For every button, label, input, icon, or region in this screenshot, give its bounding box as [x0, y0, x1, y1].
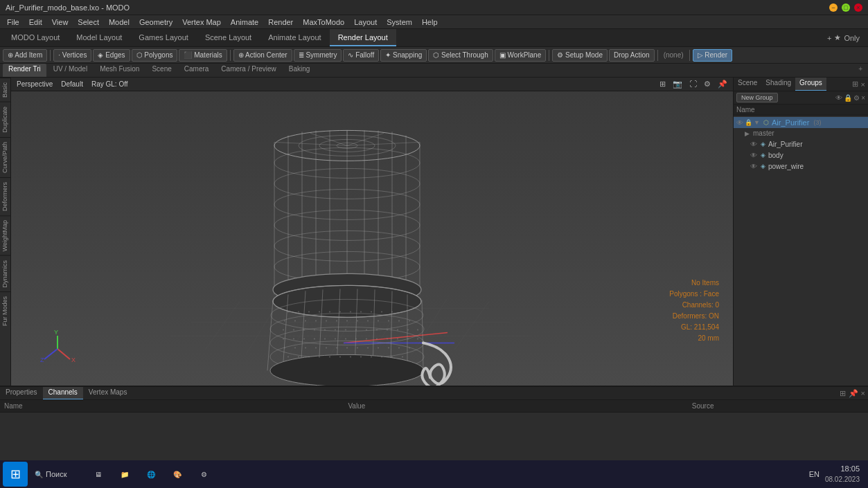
eye-icon-body[interactable]: 👁 — [750, 152, 757, 159]
tab-properties[interactable]: Properties — [0, 387, 43, 399]
vp-camera-icon[interactable]: 📷 — [670, 78, 685, 90]
vp-pin-icon[interactable]: 📌 — [715, 78, 730, 90]
tree-item-master[interactable]: ▶ master — [734, 128, 868, 138]
tab-model-layout[interactable]: Model Layout — [68, 29, 130, 46]
tab-render-layout[interactable]: Render Layout — [330, 29, 396, 46]
snapping-btn[interactable]: ✦ Snapping — [380, 49, 427, 62]
render-btn[interactable]: ▷ Render — [693, 49, 733, 62]
tree-item-air-purifier-mesh[interactable]: 👁 ◈ Air_Purifier — [734, 138, 868, 150]
eye-icon-power-wire[interactable]: 👁 — [750, 163, 757, 170]
minimize-button[interactable]: − — [829, 3, 838, 12]
vp-settings-icon[interactable]: ⚙ — [701, 78, 714, 90]
3d-viewport[interactable]: X Y Z No Items Polygons : Face Channels:… — [11, 91, 733, 386]
edges-btn[interactable]: ◈ Edges — [93, 49, 130, 62]
tab-animate-layout[interactable]: Animate Layout — [260, 29, 329, 46]
drop-action-btn[interactable]: Drop Action — [609, 49, 655, 62]
vp-expand-icon[interactable]: ⛶ — [687, 78, 700, 90]
svg-point-88 — [376, 329, 378, 330]
menu-system[interactable]: System — [382, 17, 416, 28]
rp-expand-btn[interactable]: ⊞ — [852, 80, 858, 89]
menu-geometry[interactable]: Geometry — [135, 17, 177, 28]
tree-item-air-purifier-root[interactable]: 👁 🔒 ▼ ⬡ Air_Purifier (3) — [734, 117, 868, 128]
materials-btn[interactable]: ⬛ Materials — [179, 49, 227, 62]
tree-settings-icon[interactable]: ⚙ — [853, 94, 860, 102]
tab-baking[interactable]: Baking — [283, 64, 316, 77]
svg-line-39 — [267, 300, 273, 370]
add-tab-btn[interactable]: + — [856, 64, 865, 77]
symmetry-btn[interactable]: ≣ Symmetry — [294, 49, 342, 62]
tab-camera-preview[interactable]: Camera / Preview — [215, 64, 281, 77]
eye-icon-ap[interactable]: 👁 — [750, 141, 757, 148]
start-button[interactable]: ⊞ — [3, 462, 28, 487]
tab-camera[interactable]: Camera — [179, 64, 215, 77]
sidebar-weightmap[interactable]: WeightMap — [0, 215, 10, 255]
tab-scene[interactable]: Scene — [146, 64, 177, 77]
sidebar-fur-modes[interactable]: Fur Modes — [0, 291, 10, 330]
taskbar-search[interactable]: 🔍 Поиск — [29, 462, 85, 487]
sidebar-duplicate[interactable]: Duplicate — [0, 102, 10, 137]
taskbar-browser[interactable]: 🌐 — [139, 462, 163, 487]
maximize-button[interactable]: □ — [842, 3, 850, 12]
vp-grid-icon[interactable]: ⊞ — [657, 78, 668, 90]
rp-tab-groups[interactable]: Groups — [795, 78, 826, 91]
props-pin-icon[interactable]: 📌 — [849, 389, 858, 398]
menu-file[interactable]: File — [3, 17, 24, 28]
shading-mode[interactable]: Default — [58, 79, 86, 89]
setup-mode-btn[interactable]: ⚙ Setup Mode — [552, 49, 608, 62]
tab-modo-layout[interactable]: MODO Layout — [3, 29, 68, 46]
rp-close-btn[interactable]: × — [861, 80, 865, 89]
sidebar-curve[interactable]: Curve/Path — [0, 137, 10, 177]
menu-model[interactable]: Model — [105, 17, 134, 28]
vertices-btn[interactable]: · Vertices — [53, 49, 91, 62]
menu-maxtomodo[interactable]: MaxToModo — [299, 17, 348, 28]
add-item-btn[interactable]: ⊕ Add Item — [3, 49, 47, 62]
polygons-btn[interactable]: ⬡ Polygons — [132, 49, 178, 62]
sidebar-dynamics[interactable]: Dynamics — [0, 255, 10, 292]
sidebar-deformers[interactable]: Deformers — [0, 177, 10, 215]
tree-close-icon[interactable]: × — [861, 94, 865, 102]
action-center-btn[interactable]: ⊕ Action Center — [233, 49, 292, 62]
workplane-btn[interactable]: ▣ WorkPlane — [495, 49, 547, 62]
svg-point-68 — [305, 320, 306, 321]
polygons-info: Polygons : Face — [669, 289, 719, 300]
eye-icon-root[interactable]: 👁 — [736, 119, 743, 127]
close-button[interactable]: × — [854, 3, 862, 12]
sidebar-basic[interactable]: Basic — [0, 78, 10, 102]
tab-scene-layout[interactable]: Scene Layout — [197, 29, 260, 46]
taskbar-lang[interactable]: EN — [809, 470, 820, 478]
menu-edit[interactable]: Edit — [25, 17, 46, 28]
new-group-btn[interactable]: New Group — [736, 93, 778, 102]
menu-view[interactable]: View — [48, 17, 73, 28]
menu-layout[interactable]: Layout — [350, 17, 381, 28]
tree-lock-all-icon[interactable]: 🔒 — [844, 94, 852, 102]
toggle-master[interactable]: ▶ — [745, 130, 752, 137]
rp-tab-shading[interactable]: Shading — [761, 78, 795, 91]
render-mode[interactable]: Ray GL: Off — [89, 79, 131, 89]
tab-uv-model[interactable]: UV / Model — [48, 64, 93, 77]
tab-render-tri[interactable]: Render Tri — [3, 64, 46, 77]
menu-help[interactable]: Help — [418, 17, 442, 28]
toggle-root[interactable]: ▼ — [754, 119, 761, 126]
taskbar-explorer[interactable]: 📁 — [112, 462, 137, 487]
tab-vertex-maps[interactable]: Vertex Maps — [83, 387, 133, 399]
tab-mesh-fusion[interactable]: Mesh Fusion — [94, 64, 145, 77]
tree-item-power-wire[interactable]: 👁 ◈ power_wire — [734, 161, 868, 172]
add-layout-btn[interactable]: + — [827, 34, 831, 42]
tab-channels[interactable]: Channels — [43, 387, 83, 399]
taskbar-paint[interactable]: 🎨 — [165, 462, 190, 487]
camera-mode[interactable]: Perspective — [14, 79, 55, 89]
select-through-btn[interactable]: ⬡ Select Through — [428, 49, 493, 62]
tree-item-body[interactable]: 👁 ◈ body — [734, 150, 868, 161]
menu-animate[interactable]: Animate — [227, 17, 263, 28]
tree-eye-all-icon[interactable]: 👁 — [835, 94, 842, 102]
menu-render[interactable]: Render — [264, 17, 297, 28]
falloff-btn[interactable]: ∿ Falloff — [343, 49, 379, 62]
taskbar-settings[interactable]: ⚙ — [191, 462, 216, 487]
rp-tab-scene[interactable]: Scene — [734, 78, 761, 91]
props-close-icon[interactable]: × — [861, 389, 865, 397]
taskbar-task-view[interactable]: 🖥 — [86, 462, 111, 487]
props-expand-icon[interactable]: ⊞ — [840, 389, 846, 398]
tab-games-layout[interactable]: Games Layout — [130, 29, 197, 46]
menu-vertexmap[interactable]: Vertex Map — [178, 17, 225, 28]
menu-select[interactable]: Select — [73, 17, 103, 28]
